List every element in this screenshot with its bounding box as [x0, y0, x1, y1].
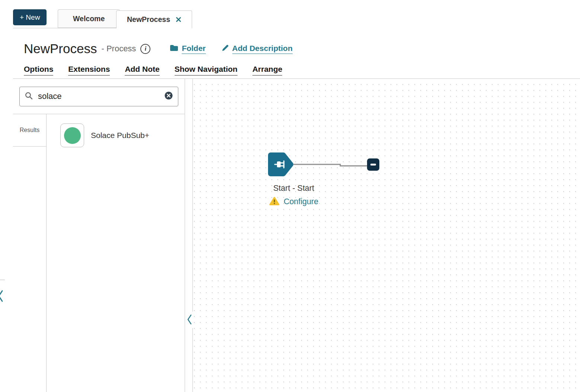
configure-link[interactable]: Configure	[284, 197, 318, 206]
search-results-area: Results Solace PubSub+	[13, 114, 185, 392]
result-item-solace-pubsub[interactable]: Solace PubSub+	[60, 123, 185, 147]
results-list: Solace PubSub+	[47, 114, 185, 392]
left-edge-collapse-chevron-icon[interactable]	[0, 289, 3, 303]
folder-icon	[170, 44, 178, 53]
start-shape[interactable]	[267, 152, 294, 177]
folder-link-label: Folder	[182, 44, 205, 54]
solace-connector-icon	[64, 127, 81, 144]
menu-add-note[interactable]: Add Note	[125, 65, 159, 75]
add-description-link[interactable]: Add Description	[222, 44, 293, 54]
add-description-label: Add Description	[232, 44, 293, 54]
process-menu: Options Extensions Add Note Show Navigat…	[24, 65, 282, 75]
menu-arrange[interactable]: Arrange	[252, 65, 283, 75]
tabbar-divider	[13, 28, 117, 28]
clear-search-icon[interactable]	[164, 91, 173, 102]
warning-triangle-icon	[269, 196, 280, 207]
collapse-panel-chevron-icon[interactable]	[187, 313, 192, 326]
process-header: NewProcess - Process i Folder Add Descri…	[24, 39, 293, 58]
connector-line[interactable]	[292, 160, 370, 170]
tab-newprocess-label: NewProcess	[127, 15, 170, 24]
tab-welcome-label: Welcome	[73, 15, 105, 23]
start-shape-configure: Configure	[245, 196, 342, 207]
results-rail: Results	[13, 114, 47, 392]
search-area: solace	[13, 79, 185, 114]
tab-welcome[interactable]: Welcome	[58, 9, 120, 28]
search-value: solace	[38, 91, 159, 101]
folder-link[interactable]: Folder	[170, 44, 205, 54]
minus-icon	[370, 164, 376, 166]
page-title: NewProcess	[24, 41, 97, 56]
result-item-label: Solace PubSub+	[91, 131, 149, 140]
left-edge-divider	[0, 280, 5, 280]
start-shape-label: Start - Start	[245, 184, 342, 193]
search-icon	[25, 91, 33, 102]
pencil-icon	[222, 44, 229, 54]
process-canvas[interactable]: Start - Start Configure	[192, 79, 580, 392]
shape-search-panel: solace Results Solace PubSub+	[13, 79, 185, 392]
connector-endpoint[interactable]	[367, 158, 379, 171]
menu-options[interactable]: Options	[24, 65, 53, 75]
search-input[interactable]: solace	[19, 87, 178, 106]
results-tab[interactable]: Results	[13, 114, 46, 147]
info-icon[interactable]: i	[140, 44, 150, 54]
close-tab-icon[interactable]	[176, 17, 181, 22]
new-button[interactable]: + New	[13, 9, 47, 25]
page-subtitle: - Process	[101, 44, 136, 54]
tab-newprocess[interactable]: NewProcess	[116, 10, 192, 28]
menu-extensions[interactable]: Extensions	[68, 65, 110, 75]
menu-show-navigation[interactable]: Show Navigation	[175, 65, 238, 75]
connector-icon-box	[60, 123, 84, 147]
